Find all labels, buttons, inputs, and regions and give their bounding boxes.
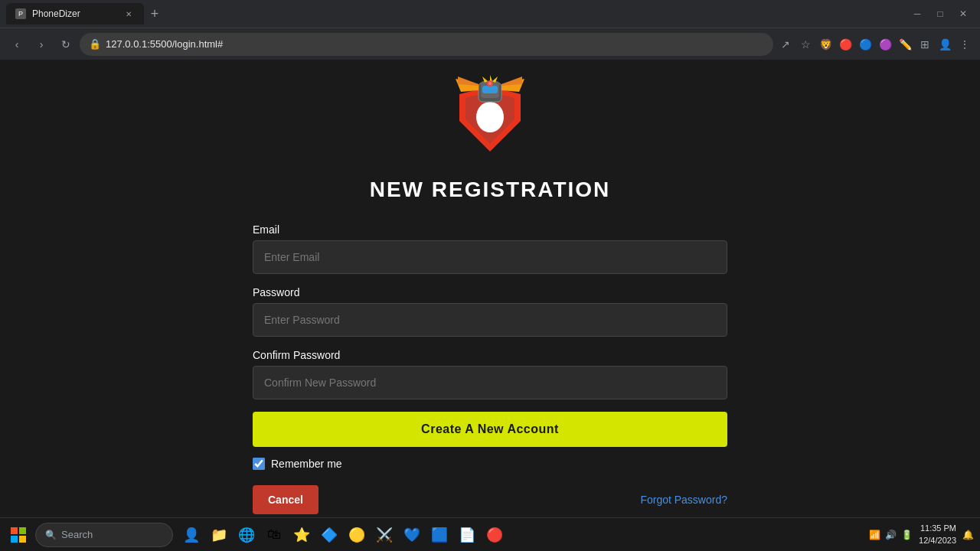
email-label: Email xyxy=(253,223,727,236)
taskbar-app-adobe[interactable]: ⭐ xyxy=(289,523,314,547)
bookmark-icon[interactable]: ☆ xyxy=(796,35,815,54)
forgot-password-link[interactable]: Forgot Password? xyxy=(640,494,727,506)
svg-rect-6 xyxy=(482,86,498,93)
svg-marker-8 xyxy=(458,77,479,86)
svg-marker-12 xyxy=(490,75,492,81)
toolbar-actions: ↗ ☆ 🦁 🔴 🔵 🟣 ✏️ ⊞ 👤 ⋮ xyxy=(776,35,974,54)
svg-point-15 xyxy=(488,82,492,85)
app-logo xyxy=(452,75,528,159)
taskbar-app-browser[interactable]: 🌐 xyxy=(234,523,259,547)
page-title: NEW REGISTRATION xyxy=(370,178,611,202)
notification-button[interactable]: 🔔 xyxy=(962,530,974,540)
extensions-button[interactable]: ⊞ xyxy=(916,35,934,54)
minimize-button[interactable]: ─ xyxy=(906,3,928,24)
address-bar[interactable]: 🔒 127.0.0.1:5500/login.html# xyxy=(80,33,773,56)
taskbar-app-record[interactable]: 🔴 xyxy=(482,523,507,547)
confirm-password-label: Confirm Password xyxy=(253,349,727,361)
taskbar-app-vs[interactable]: 💙 xyxy=(400,523,424,547)
extension-icon-5[interactable]: ✏️ xyxy=(896,35,914,54)
extension-icon-4[interactable]: 🟣 xyxy=(876,35,894,54)
tab-bar: P PhoneDizer ✕ + ─ □ ✕ xyxy=(0,0,980,28)
svg-rect-16 xyxy=(11,527,18,534)
close-button[interactable]: ✕ xyxy=(952,3,974,24)
maximize-button[interactable]: □ xyxy=(929,3,951,24)
svg-rect-18 xyxy=(11,536,18,543)
svg-rect-17 xyxy=(19,527,26,534)
taskbar-start: 🔍 Search xyxy=(6,523,173,547)
taskbar-apps: 👤 📁 🌐 🛍 ⭐ 🔷 🟡 ⚔️ 💙 🟦 📄 🔴 xyxy=(179,523,507,547)
taskbar-app-game[interactable]: ⚔️ xyxy=(372,523,397,547)
password-label: Password xyxy=(253,286,727,298)
bottom-row: Cancel Forgot Password? xyxy=(253,485,727,514)
reload-button[interactable]: ↻ xyxy=(55,34,77,55)
taskbar: 🔍 Search 👤 📁 🌐 🛍 ⭐ 🔷 🟡 ⚔️ 💙 🟦 📄 🔴 📶 🔊 🔋 … xyxy=(0,517,980,551)
remember-me-checkbox[interactable] xyxy=(253,458,265,470)
clock-time: 11:35 PM xyxy=(919,523,956,534)
email-group: Email xyxy=(253,223,727,274)
svg-marker-10 xyxy=(501,77,522,86)
taskbar-clock[interactable]: 11:35 PM 12/4/2023 xyxy=(919,523,956,546)
taskbar-search-bar[interactable]: 🔍 Search xyxy=(35,523,173,547)
back-button[interactable]: ‹ xyxy=(6,34,28,55)
battery-icon[interactable]: 🔋 xyxy=(901,530,913,540)
share-icon[interactable]: ↗ xyxy=(776,35,795,54)
taskbar-app-chrome[interactable]: 🟡 xyxy=(345,523,369,547)
password-group: Password xyxy=(253,286,727,337)
create-account-button[interactable]: Create A New Account xyxy=(253,412,727,447)
svg-rect-3 xyxy=(485,107,495,127)
taskbar-app-word[interactable]: 📄 xyxy=(455,523,479,547)
start-button[interactable] xyxy=(6,523,31,547)
extension-icon-1[interactable]: 🦁 xyxy=(816,35,835,54)
lock-icon: 🔒 xyxy=(89,38,101,50)
taskbar-search-text: Search xyxy=(61,529,93,540)
new-tab-button[interactable]: + xyxy=(144,3,165,24)
profile-icon[interactable]: 👤 xyxy=(936,35,954,54)
forward-button[interactable]: › xyxy=(31,34,52,55)
page-content: NEW REGISTRATION Email Password Confirm … xyxy=(0,60,980,517)
tab-favicon: P xyxy=(15,8,26,19)
taskbar-sys-icons: 📶 🔊 🔋 xyxy=(869,530,913,540)
taskbar-app-edge[interactable]: 🔷 xyxy=(317,523,341,547)
url-text: 127.0.0.1:5500/login.html# xyxy=(106,38,764,50)
taskbar-app-files[interactable]: 📁 xyxy=(207,523,231,547)
confirm-password-input[interactable] xyxy=(253,366,727,399)
window-controls: ─ □ ✕ xyxy=(906,3,974,24)
cancel-button[interactable]: Cancel xyxy=(253,485,318,514)
remember-me-label[interactable]: Remember me xyxy=(271,458,342,470)
browser-chrome: P PhoneDizer ✕ + ─ □ ✕ ‹ › ↻ 🔒 127.0.0.1… xyxy=(0,0,980,60)
active-tab[interactable]: P PhoneDizer ✕ xyxy=(6,3,144,24)
tab-title: PhoneDizer xyxy=(32,8,116,19)
logo-area xyxy=(452,75,528,162)
remember-me-row: Remember me xyxy=(253,458,727,470)
svg-rect-19 xyxy=(19,536,26,543)
toolbar: ‹ › ↻ 🔒 127.0.0.1:5500/login.html# ↗ ☆ 🦁… xyxy=(0,28,980,60)
registration-form: Email Password Confirm Password Create A… xyxy=(253,223,727,514)
taskbar-app-vscode[interactable]: 🟦 xyxy=(427,523,452,547)
taskbar-search-icon: 🔍 xyxy=(45,530,57,540)
taskbar-right: 📶 🔊 🔋 11:35 PM 12/4/2023 🔔 xyxy=(869,523,974,546)
password-input[interactable] xyxy=(253,303,727,337)
confirm-password-group: Confirm Password xyxy=(253,349,727,399)
tab-close-button[interactable]: ✕ xyxy=(122,8,135,20)
menu-button[interactable]: ⋮ xyxy=(956,35,974,54)
network-icon[interactable]: 📶 xyxy=(869,530,880,540)
taskbar-app-person[interactable]: 👤 xyxy=(179,523,204,547)
volume-icon[interactable]: 🔊 xyxy=(885,530,897,540)
clock-date: 12/4/2023 xyxy=(919,535,956,546)
extension-icon-2[interactable]: 🔴 xyxy=(836,35,854,54)
extension-icon-3[interactable]: 🔵 xyxy=(856,35,874,54)
taskbar-app-store[interactable]: 🛍 xyxy=(262,523,286,547)
email-input[interactable] xyxy=(253,240,727,274)
